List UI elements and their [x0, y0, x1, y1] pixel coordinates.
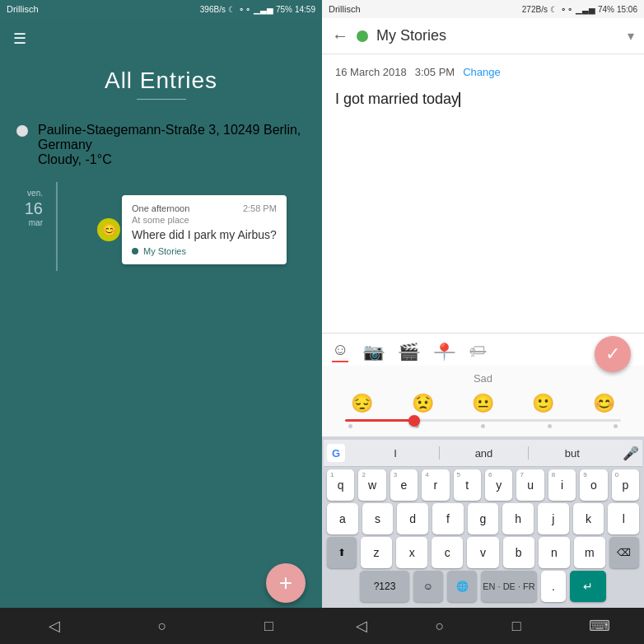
keyboard: G I and but 🎤 1q 2w 3e 4r 5t 6y 7u 8i 9o… — [322, 436, 644, 608]
keyboard-row-4: ?123 ☺ 🌐 EN · DE · FR . ↵ — [327, 571, 639, 602]
slider-dot — [614, 424, 618, 428]
moon-icon: ☾ — [228, 5, 236, 14]
mood-faces: 😔 😟 😐 🙂 😊 — [332, 390, 634, 418]
key-l[interactable]: l — [608, 503, 639, 534]
key-n[interactable]: n — [539, 537, 570, 568]
key-u[interactable]: 7u — [516, 469, 544, 501]
right-stats: 272B/s — [522, 5, 548, 14]
microphone-icon[interactable]: 🎤 — [623, 446, 639, 461]
right-header: ← My Stories ▾ — [322, 18, 644, 54]
enter-key[interactable]: ↵ — [570, 571, 606, 602]
entry-place: At some place — [132, 215, 189, 225]
suggestion-3[interactable]: but — [529, 447, 616, 460]
slider-thumb[interactable] — [408, 415, 420, 427]
key-o[interactable]: 9o — [580, 469, 607, 501]
key-b[interactable]: b — [503, 537, 534, 568]
entry-text-field[interactable]: I got married today — [335, 88, 631, 110]
mood-face-4[interactable]: 🙂 — [532, 393, 554, 414]
dot-key[interactable]: . — [541, 571, 566, 602]
recent-nav-icon[interactable]: □ — [264, 618, 273, 635]
entry-date-line: 16 March 2018 3:05 PM Change — [335, 66, 631, 78]
globe-key[interactable]: 🌐 — [447, 571, 477, 602]
keyboard-row-3: ⬆ z x c v b n m ⌫ — [327, 537, 639, 568]
signal-icon-r: ▁▃▅ — [576, 5, 595, 14]
camera-icon[interactable]: 📷 — [363, 342, 384, 362]
right-back-icon[interactable]: ◁ — [356, 617, 367, 635]
key-m[interactable]: m — [574, 537, 605, 568]
location-dot — [16, 125, 28, 137]
key-w[interactable]: 2w — [358, 469, 385, 501]
key-x[interactable]: x — [396, 537, 427, 568]
mood-face-2[interactable]: 😟 — [412, 393, 434, 414]
right-nav-bar: ◁ ○ □ ⌨ — [322, 608, 644, 644]
mood-face-3[interactable]: 😐 — [472, 393, 494, 414]
add-entry-fab[interactable]: + — [266, 563, 306, 603]
signal-icon: ▁▃▅ — [254, 5, 273, 14]
mood-face-5[interactable]: 😊 — [593, 393, 615, 414]
key-v[interactable]: v — [467, 537, 498, 568]
back-arrow-button[interactable]: ← — [332, 26, 348, 45]
left-carrier: Drillisch — [7, 4, 200, 14]
key-g[interactable]: g — [468, 503, 499, 534]
suggestion-1[interactable]: I — [352, 447, 439, 460]
key-a[interactable]: a — [327, 503, 358, 534]
video-icon[interactable]: 🎬 — [399, 342, 419, 362]
right-home-icon[interactable]: ○ — [435, 618, 444, 635]
hamburger-menu[interactable]: ☰ — [13, 30, 26, 48]
mood-slider-container — [332, 418, 634, 433]
left-header: ☰ — [0, 18, 322, 59]
change-link[interactable]: Change — [463, 66, 501, 78]
slider-dot — [348, 424, 352, 428]
key-i[interactable]: 8i — [548, 469, 576, 501]
all-entries-title: All Entries — [0, 59, 322, 99]
right-recent-icon[interactable]: □ — [512, 618, 521, 635]
key-d[interactable]: d — [397, 503, 428, 534]
timeline-area: ven. 16 mar 😊 One afternoon At some plac… — [0, 182, 322, 271]
right-carrier: Drillisch — [329, 4, 522, 14]
key-t[interactable]: 5t — [454, 469, 481, 501]
keyboard-suggestions: G I and but 🎤 — [324, 440, 642, 467]
location-info: Pauline-Staegemann-Straße 3, 10249 Berli… — [0, 116, 322, 174]
key-q[interactable]: 1q — [327, 469, 354, 501]
dropdown-arrow-icon[interactable]: ▾ — [628, 28, 634, 44]
shift-key[interactable]: ⬆ — [327, 537, 357, 568]
language-key[interactable]: EN · DE · FR — [481, 571, 537, 602]
back-nav-icon[interactable]: ◁ — [49, 617, 60, 635]
google-icon: G — [327, 444, 345, 462]
entry-time-detail: 3:05 PM — [415, 66, 455, 78]
timeline-line — [56, 182, 58, 271]
key-s[interactable]: s — [362, 503, 394, 534]
location-off-icon[interactable]: 📍 — [434, 342, 455, 362]
emoji-key[interactable]: ☺ — [413, 571, 443, 602]
key-c[interactable]: c — [432, 537, 463, 568]
num-key[interactable]: ?123 — [360, 571, 409, 602]
backspace-key[interactable]: ⌫ — [609, 537, 639, 568]
tag-off-icon[interactable]: 🏷 — [469, 342, 486, 361]
emoji-mood-icon[interactable]: ☺ — [332, 340, 348, 362]
story-dot — [132, 248, 138, 254]
confirm-fab[interactable]: ✓ — [595, 336, 631, 372]
key-k[interactable]: k — [573, 503, 604, 534]
key-e[interactable]: 3e — [390, 469, 418, 501]
mood-selector: Sad 😔 😟 😐 🙂 😊 — [322, 366, 644, 436]
home-nav-icon[interactable]: ○ — [158, 618, 167, 635]
keyboard-icon[interactable]: ⌨ — [589, 617, 610, 635]
address-text: Pauline-Staegemann-Straße 3, 10249 Berli… — [38, 123, 309, 152]
right-time: 15:06 — [617, 5, 637, 14]
keyboard-row-2: a s d f g h j k l — [327, 503, 639, 534]
key-r[interactable]: 4r — [422, 469, 449, 501]
left-status-icons: 396B/s ☾ ⚬⚬ ▁▃▅ 75% 14:59 — [200, 5, 315, 14]
right-panel: ← My Stories ▾ 16 March 2018 3:05 PM Cha… — [322, 18, 644, 644]
key-z[interactable]: z — [361, 537, 392, 568]
entry-card[interactable]: 😊 One afternoon At some place 2:58 PM Wh… — [122, 195, 287, 264]
mood-slider[interactable] — [345, 419, 621, 422]
key-h[interactable]: h — [502, 503, 534, 534]
key-f[interactable]: f — [432, 503, 464, 534]
key-y[interactable]: 6y — [485, 469, 512, 501]
day-num: 16 — [13, 198, 43, 218]
key-j[interactable]: j — [538, 503, 569, 534]
key-p[interactable]: 0p — [612, 469, 639, 501]
entry-detail: 16 March 2018 3:05 PM Change I got marri… — [322, 54, 644, 333]
mood-face-1[interactable]: 😔 — [351, 393, 373, 414]
suggestion-2[interactable]: and — [440, 447, 527, 460]
